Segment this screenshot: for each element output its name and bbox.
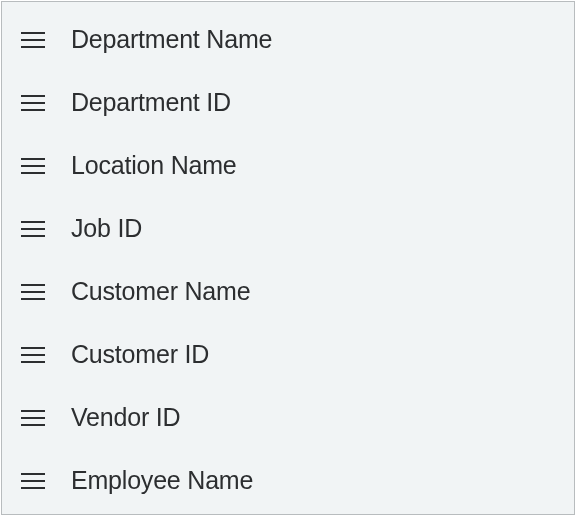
- list-item[interactable]: Job ID: [2, 197, 574, 260]
- list-item[interactable]: Vendor ID: [2, 386, 574, 449]
- drag-handle-icon[interactable]: [21, 280, 45, 304]
- item-label: Department Name: [71, 25, 272, 54]
- item-label: Customer ID: [71, 340, 209, 369]
- list-item[interactable]: Customer Name: [2, 260, 574, 323]
- item-label: Vendor ID: [71, 403, 180, 432]
- drag-handle-icon[interactable]: [21, 469, 45, 493]
- list-item[interactable]: Department Name: [2, 8, 574, 71]
- list-item[interactable]: Department ID: [2, 71, 574, 134]
- list-item[interactable]: Customer ID: [2, 323, 574, 386]
- drag-handle-icon[interactable]: [21, 154, 45, 178]
- item-label: Location Name: [71, 151, 237, 180]
- item-label: Job ID: [71, 214, 142, 243]
- sortable-list: Department Name Department ID Location N…: [1, 1, 575, 515]
- drag-handle-icon[interactable]: [21, 28, 45, 52]
- list-item[interactable]: Employee Name: [2, 449, 574, 512]
- drag-handle-icon[interactable]: [21, 91, 45, 115]
- drag-handle-icon[interactable]: [21, 406, 45, 430]
- drag-handle-icon[interactable]: [21, 343, 45, 367]
- drag-handle-icon[interactable]: [21, 217, 45, 241]
- item-label: Employee Name: [71, 466, 253, 495]
- item-label: Department ID: [71, 88, 231, 117]
- item-label: Customer Name: [71, 277, 250, 306]
- list-item[interactable]: Location Name: [2, 134, 574, 197]
